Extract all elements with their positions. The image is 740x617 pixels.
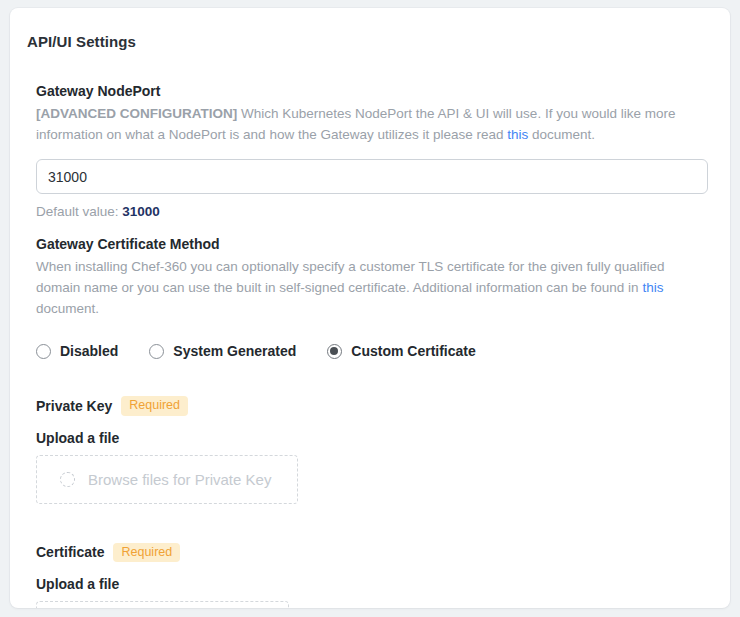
this-link-cert-method[interactable]: this — [642, 280, 663, 295]
api-ui-settings-card: API/UI Settings Gateway NodePort [ADVANC… — [10, 8, 730, 608]
private-key-label: Private Key — [36, 398, 112, 414]
gateway-nodeport-input[interactable] — [36, 159, 708, 194]
radio-option-custom-certificate[interactable]: Custom Certificate — [327, 343, 475, 359]
default-value-number: 31000 — [122, 204, 160, 219]
gateway-cert-method-label: Gateway Certificate Method — [36, 236, 708, 252]
default-value-note: Default value: 31000 — [36, 204, 708, 219]
certificate-section: Certificate Required Upload a file Brows… — [36, 543, 708, 609]
gateway-nodeport-description: [ADVANCED CONFIGURATION] Which Kubernete… — [36, 103, 708, 145]
browse-certificate-button[interactable]: Browse files for Certificate — [36, 601, 289, 608]
required-badge: Required — [113, 543, 180, 563]
gateway-cert-method-description: When installing Chef-360 you can optiona… — [36, 256, 708, 319]
radio-option-disabled[interactable]: Disabled — [36, 343, 118, 359]
private-key-section: Private Key Required Upload a file Brows… — [36, 396, 708, 504]
radio-button-icon[interactable] — [36, 344, 51, 359]
gateway-nodeport-label: Gateway NodePort — [36, 83, 708, 99]
certificate-label: Certificate — [36, 544, 104, 560]
radio-option-system-generated[interactable]: System Generated — [149, 343, 296, 359]
settings-form: Gateway NodePort [ADVANCED CONFIGURATION… — [10, 83, 730, 608]
upload-a-file-label: Upload a file — [36, 430, 708, 446]
cert-method-radio-group: Disabled System Generated Custom Certifi… — [36, 343, 708, 359]
radio-button-icon[interactable] — [327, 344, 342, 359]
upload-a-file-label: Upload a file — [36, 576, 708, 592]
page-title: API/UI Settings — [27, 33, 730, 50]
dashed-circle-icon — [60, 472, 75, 487]
advanced-configuration-tag: [ADVANCED CONFIGURATION] — [36, 106, 237, 121]
radio-button-icon[interactable] — [149, 344, 164, 359]
browse-private-key-button[interactable]: Browse files for Private Key — [36, 455, 298, 504]
this-link-nodeport[interactable]: this — [507, 127, 528, 142]
required-badge: Required — [121, 396, 188, 416]
